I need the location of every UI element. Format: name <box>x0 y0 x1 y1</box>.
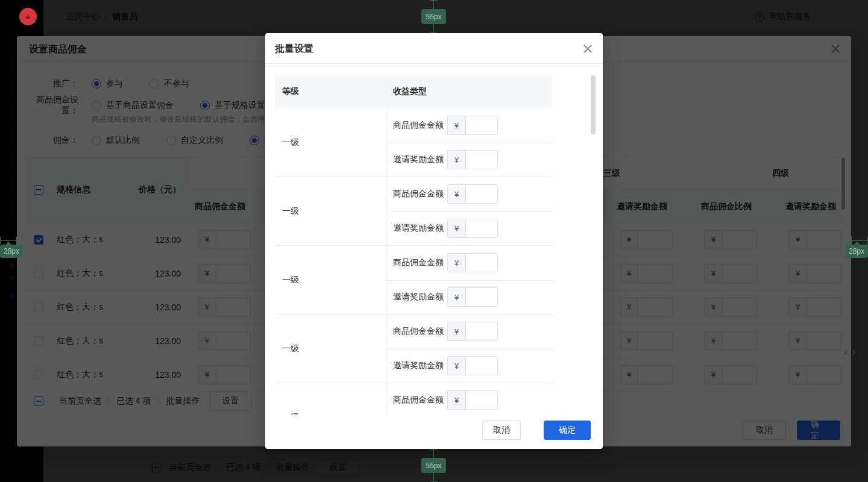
amount-input-group: ¥ <box>447 253 498 272</box>
level-cell: 一级 <box>275 177 386 245</box>
amount-input[interactable] <box>466 357 497 375</box>
batch-level-row: 一级商品佣金金额¥邀请奖励金额¥ <box>275 108 552 177</box>
field-label: 邀请奖励金额 <box>393 360 447 371</box>
currency-prefix: ¥ <box>448 357 466 375</box>
income-field-row: 商品佣金金额¥ <box>386 246 552 280</box>
amount-input-group: ¥ <box>447 287 498 307</box>
amount-input-group: ¥ <box>447 150 498 169</box>
amount-input-group: ¥ <box>447 322 498 341</box>
amount-input[interactable] <box>466 116 497 134</box>
screen: 应用中心 / 销售员 ? 帮助和服务 当前页全选 已选 4 项 批量操作 设置 … <box>0 0 868 482</box>
cancel-button[interactable]: 取消 <box>482 421 521 440</box>
income-fields: 商品佣金金额¥邀请奖励金额¥ <box>386 383 552 415</box>
income-field-row: 邀请奖励金额¥ <box>386 280 552 315</box>
field-label: 邀请奖励金额 <box>393 223 447 234</box>
level-cell: 一级 <box>275 246 386 314</box>
income-field-row: 邀请奖励金额¥ <box>386 143 552 177</box>
amount-input-group: ¥ <box>447 116 498 135</box>
amount-input[interactable] <box>466 288 497 306</box>
batch-modal-actions: 取消 确定 <box>482 421 591 440</box>
thumbup-icon <box>24 12 33 21</box>
currency-prefix: ¥ <box>448 391 466 409</box>
income-fields: 商品佣金金额¥邀请奖励金额¥ <box>386 246 552 314</box>
amount-input-group: ¥ <box>447 184 498 204</box>
currency-prefix: ¥ <box>448 254 466 272</box>
income-field-row: 邀请奖励金额¥ <box>386 211 552 246</box>
batch-level-row: 一级商品佣金金额¥邀请奖励金额¥ <box>275 383 552 415</box>
measure-left-badge: 28px <box>0 245 23 258</box>
currency-prefix: ¥ <box>448 185 466 203</box>
measure-right-badge: 28px <box>845 245 868 258</box>
field-label: 商品佣金金额 <box>393 120 447 131</box>
amount-input-group: ¥ <box>447 356 498 375</box>
batch-table-header: 等级 收益类型 <box>275 75 552 108</box>
measure-bottom-badge: 55px <box>421 458 446 473</box>
level-cell: 一级 <box>275 383 386 415</box>
measure-top-badge: 55px <box>421 9 446 24</box>
income-fields: 商品佣金金额¥邀请奖励金额¥ <box>386 177 552 245</box>
currency-prefix: ¥ <box>448 322 466 340</box>
amount-input-group: ¥ <box>447 390 498 410</box>
batch-level-table: 等级 收益类型 一级商品佣金金额¥邀请奖励金额¥一级商品佣金金额¥邀请奖励金额¥… <box>275 75 552 415</box>
field-label: 邀请奖励金额 <box>393 154 447 165</box>
amount-input[interactable] <box>466 322 497 340</box>
income-type-header: 收益类型 <box>386 86 427 97</box>
level-cell: 一级 <box>275 315 386 383</box>
batch-settings-modal: 批量设置 等级 收益类型 一级商品佣金金额¥邀请奖励金额¥一级商品佣金金额¥邀请… <box>265 33 603 449</box>
app-logo[interactable] <box>19 8 37 25</box>
field-label: 邀请奖励金额 <box>393 292 447 302</box>
income-field-row: 商品佣金金额¥ <box>386 315 552 349</box>
batch-level-row: 一级商品佣金金额¥邀请奖励金额¥ <box>275 315 552 383</box>
divider <box>265 63 603 64</box>
batch-table-scrollbar[interactable] <box>591 75 596 134</box>
amount-input[interactable] <box>466 151 497 169</box>
income-fields: 商品佣金金额¥邀请奖励金额¥ <box>386 315 552 383</box>
amount-input[interactable] <box>466 219 497 237</box>
batch-level-row: 一级商品佣金金额¥邀请奖励金额¥ <box>275 246 552 315</box>
currency-prefix: ¥ <box>448 219 466 237</box>
batch-level-row: 一级商品佣金金额¥邀请奖励金额¥ <box>275 177 552 246</box>
amount-input[interactable] <box>466 185 497 203</box>
confirm-button[interactable]: 确定 <box>544 421 591 440</box>
level-header: 等级 <box>275 86 386 97</box>
income-field-row: 商品佣金金额¥ <box>386 108 552 143</box>
currency-prefix: ¥ <box>448 116 466 134</box>
income-fields: 商品佣金金额¥邀请奖励金额¥ <box>386 108 552 177</box>
income-field-row: 商品佣金金额¥ <box>386 383 552 415</box>
level-cell: 一级 <box>275 108 386 177</box>
batch-modal-title: 批量设置 <box>275 43 313 55</box>
currency-prefix: ¥ <box>448 288 466 306</box>
field-label: 商品佣金金额 <box>393 395 447 405</box>
income-field-row: 邀请奖励金额¥ <box>386 349 552 383</box>
close-icon[interactable] <box>581 42 594 55</box>
currency-prefix: ¥ <box>448 151 466 169</box>
field-label: 商品佣金金额 <box>393 326 447 337</box>
field-label: 商品佣金金额 <box>393 257 447 268</box>
amount-input-group: ¥ <box>447 219 498 238</box>
amount-input[interactable] <box>466 391 497 409</box>
field-label: 商品佣金金额 <box>393 189 447 199</box>
income-field-row: 商品佣金金额¥ <box>386 177 552 211</box>
amount-input[interactable] <box>466 254 497 272</box>
